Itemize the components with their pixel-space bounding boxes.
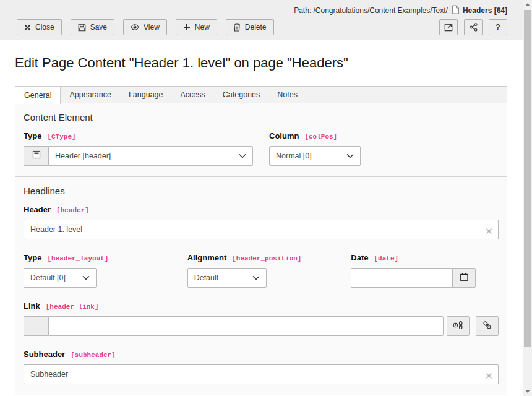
field-code: [header_position] (232, 255, 301, 262)
plus-icon (183, 24, 191, 31)
page-title: Edit Page Content "Header 1. level" on p… (15, 54, 523, 72)
colpos-select-value: Normal [0] (276, 152, 312, 160)
chevron-down-icon (82, 273, 90, 282)
header-input[interactable] (24, 220, 499, 239)
scroll-down-icon (525, 390, 530, 393)
field-label: Type (24, 131, 41, 140)
field-label: Type (24, 253, 41, 262)
ctype-select[interactable]: Header [header] (48, 146, 253, 166)
field-code: [header_link] (46, 303, 99, 311)
field-label: Column (269, 131, 299, 140)
header-layout-select[interactable]: Default [0] (24, 268, 97, 288)
field-code: [date] (374, 255, 399, 262)
field-label: Link (24, 301, 40, 311)
save-label: Save (90, 23, 107, 32)
link-icon (483, 321, 492, 332)
document-icon (451, 5, 460, 16)
clear-icon[interactable] (486, 226, 492, 237)
open-in-window-button[interactable] (439, 19, 458, 35)
close-button[interactable]: Close (17, 19, 62, 35)
scroll-down-button[interactable] (523, 387, 532, 396)
datepicker-button[interactable] (452, 268, 476, 288)
tab-categories[interactable]: Categories (214, 87, 268, 103)
field-code: [header_layout] (47, 255, 108, 262)
field-date: Date [date] (351, 253, 499, 288)
page-path: Path: /Congratulations/Content Examples/… (294, 6, 448, 15)
save-icon (78, 24, 86, 32)
tab-access[interactable]: Access (172, 87, 214, 103)
scrollbar-thumb[interactable] (524, 10, 531, 346)
tab-panel-general: Content Element Type [CType] (15, 103, 507, 395)
view-label: View (144, 23, 160, 32)
field-header-position: Alignment [header_position] Default (187, 253, 335, 288)
close-icon (24, 24, 31, 31)
save-button[interactable]: Save (71, 19, 114, 35)
tab-language[interactable]: Language (120, 87, 172, 103)
section-headlines: Headlines Header [header] (15, 176, 507, 395)
scroll-up-icon (525, 3, 530, 6)
content-area: Edit Page Content "Header 1. level" on p… (0, 54, 523, 395)
docheader: Path: /Congratulations/Content Examples/… (0, 0, 523, 40)
field-code: [header] (56, 207, 89, 214)
section-content-element: Content Element Type [CType] (15, 103, 507, 176)
eye-icon (131, 24, 139, 31)
field-header-layout: Type [header_layout] Default [0] (24, 253, 171, 288)
field-label: Date (351, 253, 368, 262)
new-button[interactable]: New (176, 19, 217, 35)
section-heading: Headlines (24, 186, 499, 196)
header-position-select[interactable]: Default (187, 268, 267, 288)
delete-label: Delete (245, 23, 267, 32)
date-input[interactable] (351, 268, 453, 288)
calendar-icon (460, 272, 469, 283)
ctype-select-value: Header [header] (55, 152, 111, 160)
field-label: Subheader (24, 350, 65, 359)
close-label: Close (35, 23, 54, 32)
content-type-icon-addon (24, 146, 48, 166)
field-code: [CType] (47, 133, 75, 140)
share-button[interactable] (464, 19, 483, 35)
field-colpos: Column [colPos] Normal [0] (269, 131, 499, 166)
new-label: New (195, 23, 210, 32)
scroll-up-button[interactable] (523, 0, 532, 9)
open-in-window-icon (444, 23, 453, 32)
link-explanation-icon (452, 321, 464, 332)
tab-notes[interactable]: Notes (268, 87, 306, 103)
tab-appearance[interactable]: Appearance (61, 87, 119, 103)
link-browser-button[interactable] (476, 316, 499, 336)
vertical-scrollbar (523, 0, 532, 396)
chevron-down-icon (346, 152, 354, 160)
field-label: Alignment (187, 253, 227, 262)
view-button[interactable]: View (123, 19, 167, 35)
help-button[interactable]: ? (489, 19, 507, 35)
header-element-icon (32, 150, 41, 162)
link-input[interactable] (48, 316, 444, 336)
chevron-down-icon (252, 273, 260, 282)
tab-bar: General Appearance Language Access Categ… (15, 86, 507, 103)
help-label: ? (496, 23, 500, 32)
link-explanation-toggle-button[interactable] (447, 316, 470, 336)
field-label: Header (24, 205, 51, 214)
link-icon-addon (24, 316, 48, 336)
field-ctype: Type [CType] Header [heade (24, 131, 253, 166)
record-title: Headers [64] (463, 6, 507, 15)
trash-icon (233, 23, 241, 32)
header-position-select-value: Default (194, 273, 219, 282)
section-heading: Content Element (24, 112, 499, 123)
field-header: Header [header] (24, 205, 499, 239)
field-header-link: Link [header_link] (24, 301, 499, 336)
clear-icon[interactable] (486, 371, 492, 382)
colpos-select[interactable]: Normal [0] (269, 146, 361, 166)
delete-button[interactable]: Delete (226, 19, 274, 35)
tab-general[interactable]: General (15, 86, 61, 104)
field-code: [subheader] (71, 351, 116, 359)
field-code: [colPos] (304, 133, 337, 140)
breadcrumb: Path: /Congratulations/Content Examples/… (17, 4, 507, 17)
app-window: Path: /Congratulations/Content Examples/… (0, 0, 523, 395)
share-icon (470, 23, 478, 32)
field-subheader: Subheader [subheader] (24, 350, 499, 384)
subheader-input[interactable] (24, 364, 499, 384)
header-layout-select-value: Default [0] (30, 273, 66, 282)
chevron-down-icon (239, 152, 246, 160)
